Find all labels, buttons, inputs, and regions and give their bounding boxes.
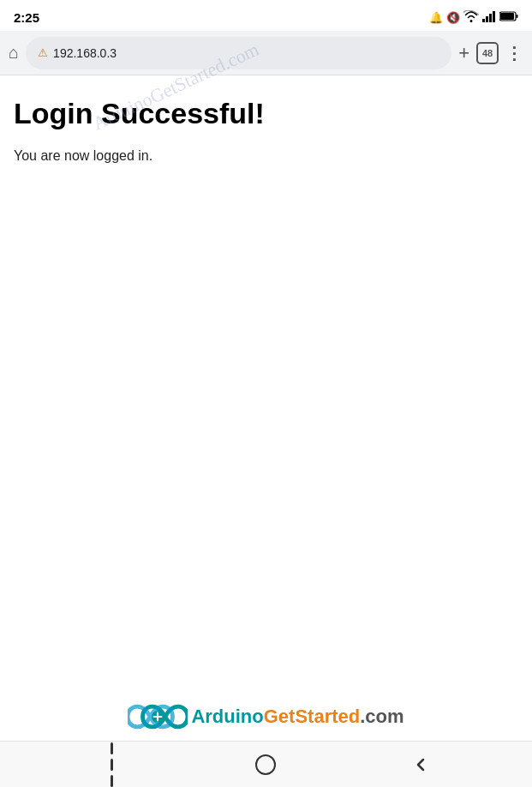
nav-home-button[interactable]: [245, 744, 286, 785]
status-icons: 🔔 🔇: [429, 10, 518, 25]
status-bar: 2:25 🔔 🔇: [0, 0, 532, 31]
address-text: 192.168.0.3: [53, 46, 117, 60]
page-subtitle: You are now logged in.: [14, 148, 518, 164]
svg-rect-5: [500, 13, 514, 20]
nav-back-icon: [411, 755, 430, 774]
nav-home-circle-icon: [255, 754, 276, 775]
brand-name: ArduinoGetStarted.com: [191, 706, 403, 728]
warning-icon: ⚠: [38, 46, 48, 59]
address-bar[interactable]: ⚠ 192.168.0.3: [26, 37, 451, 69]
signal-icon: [482, 10, 496, 25]
add-tab-button[interactable]: +: [458, 42, 469, 64]
page-content: Login Successful! You are now logged in.: [0, 75, 532, 689]
brand-com-text: .com: [360, 706, 403, 727]
status-time: 2:25: [14, 10, 39, 25]
brand-arduino-text: Arduino: [191, 706, 263, 727]
svg-rect-0: [482, 19, 485, 22]
nav-back-button[interactable]: [400, 744, 441, 785]
svg-rect-1: [486, 16, 488, 22]
tab-count-badge[interactable]: 48: [476, 42, 499, 64]
svg-rect-6: [517, 15, 518, 18]
home-icon[interactable]: ⌂: [9, 43, 19, 63]
wifi-icon: [463, 10, 479, 25]
alarm-icon: 🔔: [429, 11, 443, 24]
browser-chrome: ⌂ ⚠ 192.168.0.3 + 48 ⋮: [0, 31, 532, 75]
brand-get-started-text: GetStarted: [264, 706, 360, 727]
brand-infinity-icon: [128, 700, 188, 734]
bottom-branding: ArduinoGetStarted.com: [0, 689, 532, 741]
nav-lines-icon: [111, 742, 113, 787]
brand-logo: ArduinoGetStarted.com: [128, 700, 403, 734]
battery-icon: [499, 11, 518, 24]
svg-rect-2: [489, 14, 492, 22]
more-menu-button[interactable]: ⋮: [505, 43, 523, 63]
page-title: Login Successful!: [14, 96, 518, 131]
svg-rect-3: [493, 11, 495, 22]
nav-bar: [0, 741, 532, 787]
mute-icon: 🔇: [446, 11, 460, 24]
nav-menu-button[interactable]: [91, 744, 132, 785]
